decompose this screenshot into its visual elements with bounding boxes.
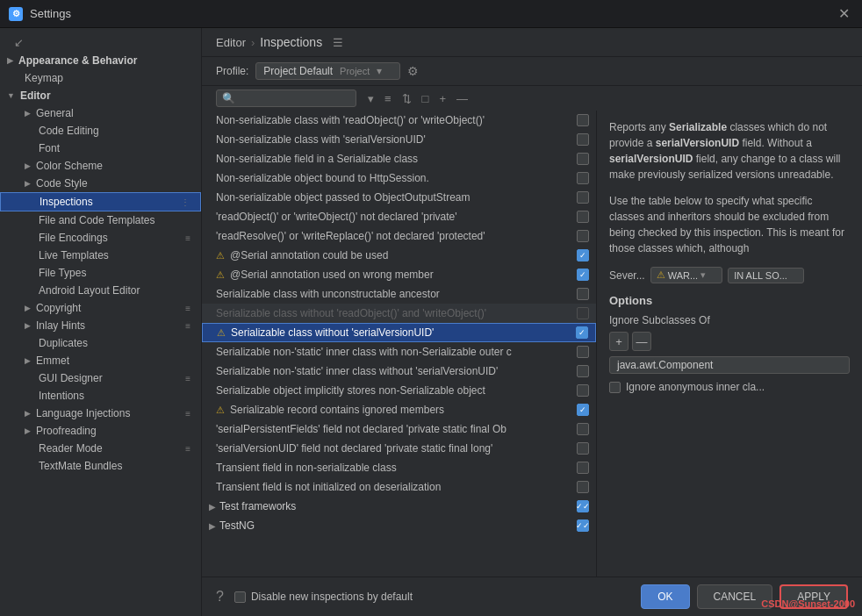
item-checkbox[interactable] [577,307,589,319]
inspection-item[interactable]: Transient field in non-serializable clas… [202,458,596,477]
item-checkbox[interactable] [577,442,589,455]
close-button[interactable]: ✕ [835,5,853,22]
sidebar-item-gui-designer[interactable]: GUI Designer ≡ [0,369,201,387]
inspection-item[interactable]: 'readResolve()' or 'writeReplace()' not … [202,226,596,246]
collapse-icon[interactable]: □ [420,91,432,106]
sidebar-item-inlay-hints[interactable]: ▶ Inlay Hints ≡ [0,317,201,334]
sidebar-item-language-injections[interactable]: ▶ Language Injections ≡ [0,405,201,422]
ignore-anon-checkbox[interactable] [609,382,621,393]
search-input[interactable] [239,92,344,104]
group-test-frameworks[interactable]: ▶ Test frameworks ✓ [202,497,596,516]
inspection-item[interactable]: Serializable class without 'readObject()… [202,304,596,323]
sidebar-item-label: Android Layout Editor [39,284,140,297]
sidebar-item-copyright[interactable]: ▶ Copyright ≡ [0,299,201,317]
inspection-item[interactable]: 'readObject()' or 'writeObject()' not de… [202,207,596,226]
help-button[interactable]: ? [216,589,224,605]
minus-icon[interactable]: — [454,91,471,106]
inspection-item[interactable]: ⚠ @Serial annotation could be used [202,246,596,265]
inspection-item[interactable]: ⚠ Serializable record contains ignored m… [202,400,596,419]
main-area: Editor › Inspections ☰ Profile: Project … [202,28,862,616]
inspection-item[interactable]: Non-serializable class with 'readObject(… [202,111,596,130]
sidebar-item-emmet[interactable]: ▶ Emmet [0,352,201,369]
sidebar-item-appearance-behavior[interactable]: ▶ Appearance & Behavior [0,52,201,69]
group-testng[interactable]: ▶ TestNG ✓ [202,516,596,535]
sidebar-item-code-editing[interactable]: Code Editing [0,122,201,140]
item-text: Serializable non-'static' inner class wi… [216,346,571,358]
inspection-item[interactable]: Transient field is not initialized on de… [202,477,596,497]
list-icon[interactable]: ≡ [382,91,394,106]
gear-icon[interactable]: ⚙ [407,64,419,78]
sidebar-item-font[interactable]: Font [0,140,201,157]
header-settings-icon[interactable]: ☰ [333,36,343,49]
inspection-item[interactable]: Serializable non-'static' inner class wi… [202,342,596,362]
sidebar-item-color-scheme[interactable]: ▶ Color Scheme [0,157,201,175]
item-checkbox[interactable] [577,153,589,165]
item-checkbox[interactable] [577,230,589,242]
sidebar-item-editor[interactable]: ▼ Editor [0,87,201,104]
inspection-item[interactable]: 'serialPersistentFields' field not decla… [202,419,596,439]
item-checkbox[interactable] [577,211,589,223]
sidebar-item-file-types[interactable]: File Types [0,264,201,282]
sidebar-item-proofreading[interactable]: ▶ Proofreading [0,422,201,440]
sidebar-item-file-code-templates[interactable]: File and Code Templates [0,211,201,229]
inspection-item[interactable]: Non-serializable object bound to HttpSes… [202,168,596,188]
group-checkbox[interactable]: ✓ [577,500,589,512]
item-checkbox[interactable] [577,114,589,126]
inspection-item[interactable]: Serializable class with unconstructable … [202,284,596,304]
item-checkbox[interactable] [577,191,589,204]
filter-icon[interactable]: ▾ [365,91,377,106]
item-checkbox[interactable] [577,384,589,397]
profile-label: Profile: [216,65,248,77]
sidebar-item-intentions[interactable]: Intentions [0,387,201,405]
item-checkbox[interactable] [577,249,589,261]
sidebar-item-file-encodings[interactable]: File Encodings ≡ [0,229,201,247]
item-checkbox[interactable] [577,462,589,474]
sidebar-item-android-layout[interactable]: Android Layout Editor [0,282,201,299]
scope-dropdown[interactable]: IN ALL SO... [728,268,804,283]
sidebar-item-label: File and Code Templates [39,214,155,226]
inspection-item[interactable]: 'serialVersionUID' field not declared 'p… [202,439,596,458]
item-checkbox[interactable] [577,269,589,281]
sidebar-item-code-style[interactable]: ▶ Code Style [0,175,201,192]
sidebar-item-keymap[interactable]: Keymap [0,69,201,87]
expand-icon[interactable]: + [436,91,449,106]
group-checkbox[interactable]: ✓ [577,519,589,532]
item-checkbox[interactable] [577,346,589,358]
add-button[interactable]: + [609,332,629,351]
inspection-item-selected[interactable]: ⚠ Serializable class without 'serialVers… [202,323,596,342]
expand-icon: ▶ [25,409,31,418]
item-text: Transient field in non-serializable clas… [216,462,571,474]
sort-icon[interactable]: ⇅ [399,91,414,106]
inspection-item[interactable]: Serializable object implicitly stores no… [202,381,596,400]
remove-button[interactable]: — [632,332,651,351]
item-checkbox[interactable] [576,326,588,339]
sidebar-item-reader-mode[interactable]: Reader Mode ≡ [0,440,201,457]
item-checkbox[interactable] [577,481,589,493]
item-checkbox[interactable] [577,288,589,300]
inspection-item[interactable]: ⚠ @Serial annotation used on wrong membe… [202,265,596,284]
profile-dropdown[interactable]: Project Default Project ▾ [255,62,400,80]
options-title: Options [609,294,850,307]
disable-inspections-checkbox[interactable] [234,591,246,603]
search-area: 🔍 ▾ ≡ ⇅ □ + — [202,86,862,111]
inspection-item[interactable]: Non-serializable field in a Serializable… [202,149,596,168]
item-checkbox[interactable] [577,365,589,377]
inspection-item[interactable]: Non-serializable object passed to Object… [202,188,596,207]
cancel-button[interactable]: CANCEL [697,584,773,609]
item-checkbox[interactable] [577,423,589,435]
sidebar-item-textmate-bundles[interactable]: TextMate Bundles [0,457,201,475]
sidebar-item-inspections[interactable]: Inspections ⋮ [0,192,201,211]
item-checkbox[interactable] [577,133,589,146]
inspection-item[interactable]: Non-serializable class with 'serialVersi… [202,130,596,149]
sidebar-item-duplicates[interactable]: Duplicates [0,334,201,352]
sidebar-item-live-templates[interactable]: Live Templates [0,247,201,264]
sidebar-nav-back[interactable]: ↙ [0,33,201,52]
severity-dropdown[interactable]: ⚠ WAR... ▾ [650,267,722,283]
item-checkbox[interactable] [577,404,589,416]
ok-button[interactable]: OK [641,584,689,609]
item-checkbox[interactable] [577,172,589,184]
inspection-item[interactable]: Serializable non-'static' inner class wi… [202,362,596,381]
sidebar-item-general[interactable]: ▶ General [0,104,201,122]
apply-button[interactable]: APPLY [779,584,848,609]
badge-icon: ≡ [185,409,190,419]
